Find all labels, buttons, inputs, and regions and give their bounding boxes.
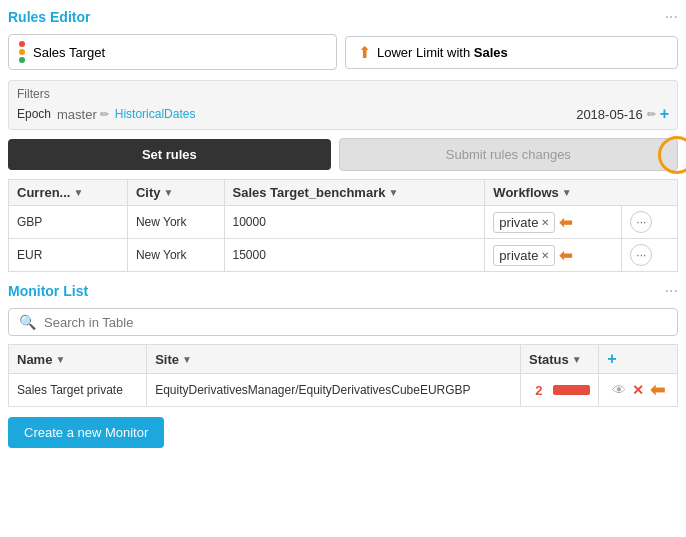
status-filter-icon[interactable]: ▼ (572, 354, 582, 365)
status-count: 2 (529, 383, 549, 398)
traffic-red (19, 41, 25, 47)
benchmark-cell: 15000 (224, 239, 485, 272)
col-header-city[interactable]: City ▼ (127, 180, 224, 206)
filters-section: Filters Epoch master ✏ HistoricalDates 2… (8, 80, 678, 130)
table-row: GBP New York 10000 private ✕ ⬅ ··· (9, 206, 678, 239)
workflow-dots-cell: ··· (622, 206, 678, 239)
monitor-site-cell: EquityDerivativesManager/EquityDerivativ… (147, 374, 521, 407)
lower-limit-text: Lower Limit with Sales (377, 45, 508, 60)
traffic-green (19, 57, 25, 63)
date-edit-icon[interactable]: ✏ (647, 108, 656, 121)
submit-rules-button[interactable]: Submit rules changes (339, 138, 678, 171)
monitor-table: Name ▼ Site ▼ Status ▼ (8, 344, 678, 407)
traffic-light-icon (19, 41, 25, 63)
filter-historical-dates[interactable]: HistoricalDates (115, 107, 196, 121)
filter-date: 2018-05-16 ✏ + (576, 105, 669, 123)
monitor-list-title: Monitor List (8, 283, 88, 299)
delete-icon[interactable]: ✕ (632, 382, 644, 398)
site-filter-icon[interactable]: ▼ (182, 354, 192, 365)
rules-editor-title: Rules Editor (8, 9, 90, 25)
lower-limit-icon: ⬆ (358, 43, 371, 62)
set-rules-button[interactable]: Set rules (8, 139, 331, 170)
rules-table: Curren... ▼ City ▼ Sales Target_benchmar… (8, 179, 678, 272)
sales-target-label: Sales Target (33, 45, 105, 60)
private-tag-remove[interactable]: ✕ (541, 250, 549, 261)
filters-label: Filters (17, 87, 669, 101)
monitor-name-cell: Sales Target private (9, 374, 147, 407)
col-header-status[interactable]: Status ▼ (520, 345, 598, 374)
monitor-actions-cell: 👁 ✕ ⬅ (599, 374, 678, 407)
master-edit-icon[interactable]: ✏ (100, 108, 109, 121)
city-filter-icon[interactable]: ▼ (163, 187, 173, 198)
workflow-cell: private ✕ ⬅ (485, 206, 622, 239)
col-header-workflows[interactable]: Workflows ▼ (485, 180, 678, 206)
navigate-icon[interactable]: ⬅ (650, 379, 665, 401)
monitor-status-cell: 2 (520, 374, 598, 407)
currency-cell: GBP (9, 206, 128, 239)
filter-epoch: Epoch (17, 107, 51, 121)
search-input[interactable] (44, 315, 667, 330)
workflow-dots-cell: ··· (622, 239, 678, 272)
add-monitor-header-icon[interactable]: + (607, 350, 616, 367)
col-header-benchmark[interactable]: Sales Target_benchmark ▼ (224, 180, 485, 206)
name-filter-icon[interactable]: ▼ (55, 354, 65, 365)
benchmark-cell: 10000 (224, 206, 485, 239)
workflow-arrow-button[interactable]: ⬅ (559, 246, 572, 265)
private-tag-remove[interactable]: ✕ (541, 217, 549, 228)
filter-add-icon[interactable]: + (660, 105, 669, 123)
list-item: Sales Target private EquityDerivativesMa… (9, 374, 678, 407)
search-box[interactable]: 🔍 (8, 308, 678, 336)
filter-master: master ✏ (57, 107, 109, 122)
col-header-site[interactable]: Site ▼ (147, 345, 521, 374)
traffic-yellow (19, 49, 25, 55)
create-monitor-button[interactable]: Create a new Monitor (8, 417, 164, 448)
currency-cell: EUR (9, 239, 128, 272)
benchmark-filter-icon[interactable]: ▼ (388, 187, 398, 198)
col-header-currency[interactable]: Curren... ▼ (9, 180, 128, 206)
col-header-name[interactable]: Name ▼ (9, 345, 147, 374)
workflow-arrow-button[interactable]: ⬅ (559, 213, 572, 232)
table-row: EUR New York 15000 private ✕ ⬅ ··· (9, 239, 678, 272)
search-icon: 🔍 (19, 314, 36, 330)
workflow-cell: private ✕ ⬅ (485, 239, 622, 272)
workflow-dots-button[interactable]: ··· (630, 211, 652, 233)
lower-limit-box: ⬆ Lower Limit with Sales (345, 36, 678, 69)
private-tag: private ✕ (493, 212, 555, 233)
currency-filter-icon[interactable]: ▼ (73, 187, 83, 198)
workflows-filter-icon[interactable]: ▼ (562, 187, 572, 198)
col-header-actions[interactable]: + (599, 345, 678, 374)
workflow-dots-button[interactable]: ··· (630, 244, 652, 266)
monitor-list-menu[interactable]: ··· (665, 282, 678, 300)
city-cell: New York (127, 206, 224, 239)
rules-editor-menu[interactable]: ··· (665, 8, 678, 26)
sales-target-box: Sales Target (8, 34, 337, 70)
status-bar (553, 385, 590, 395)
private-tag: private ✕ (493, 245, 555, 266)
view-icon[interactable]: 👁 (612, 382, 626, 398)
city-cell: New York (127, 239, 224, 272)
monitor-section: Monitor List ··· 🔍 Name ▼ (8, 282, 678, 448)
